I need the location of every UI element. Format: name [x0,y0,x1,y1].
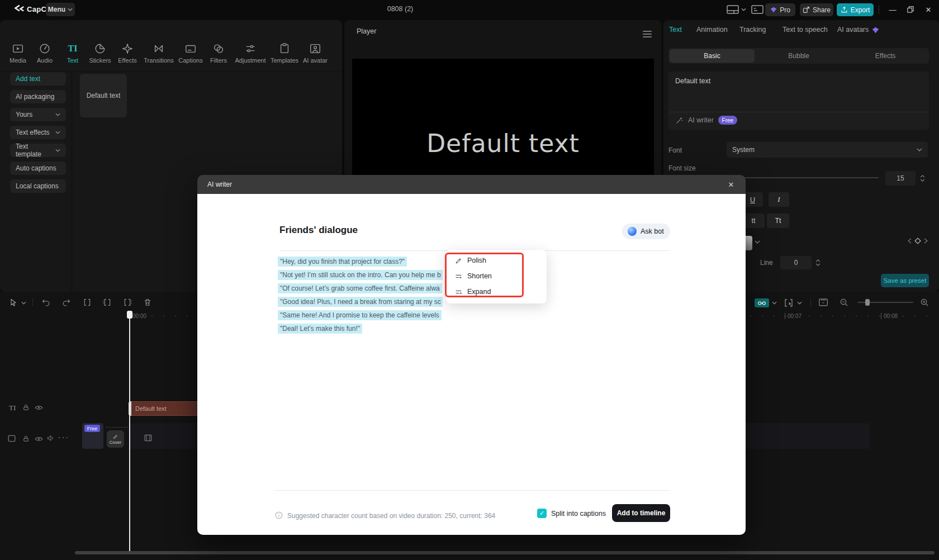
dialogue-line[interactable]: "Same here! And I promise to keep the ca… [278,310,442,322]
delete-left-icon[interactable] [103,298,112,307]
minimize-button[interactable]: — [886,2,899,17]
sidebar-item-add-text[interactable]: Add text [10,72,66,86]
redo-icon[interactable] [61,298,71,307]
tab-adjustment[interactable]: Adjustment [233,42,268,64]
keyframe-controls[interactable] [908,237,928,245]
text-input[interactable]: Default text [675,77,710,85]
link-chevron-icon[interactable] [772,301,777,305]
close-icon[interactable]: ✕ [725,179,737,190]
dialogue-line[interactable]: "Good idea! Plus, I need a break from st… [278,297,443,309]
timeline-scrollbar[interactable] [75,551,935,554]
tab-effects[interactable]: Effects [110,42,145,64]
more-icon[interactable]: ··· [58,433,69,442]
chevron-down-icon [68,8,73,11]
keyframe-next-icon[interactable] [924,238,928,244]
layout-icon[interactable] [727,5,739,14]
text-clip[interactable]: Default text [129,401,203,416]
delete-right-icon[interactable] [123,298,132,307]
cover-button[interactable]: Cover [107,430,124,448]
ask-bot-button[interactable]: Ask bot [622,224,670,239]
timeline-zoom-slider-handle[interactable] [865,299,870,306]
dialogue-line[interactable]: "Hey, did you finish that project for cl… [278,257,407,267]
font-select[interactable]: System [727,142,928,158]
player-menu-icon[interactable] [643,29,652,39]
pro-button[interactable]: Pro [765,3,795,16]
speaker-icon[interactable] [47,434,54,442]
share-button[interactable]: Share [800,3,833,16]
font-size-stepper[interactable] [918,171,927,186]
modal-header[interactable]: AI writer ✕ [197,175,746,194]
export-button[interactable]: Export [837,3,874,16]
tab-filters[interactable]: Filters [201,42,236,64]
divider [274,490,670,491]
eye-icon[interactable] [35,436,43,442]
film-icon [144,434,152,442]
capcut-logo-icon [13,4,25,15]
tab-transitions[interactable]: Transitions [141,42,177,64]
split-captions-checkbox[interactable]: ✓ [537,509,547,518]
sidebar-item-text-template[interactable]: Text template [10,144,66,157]
tab-ai-avatars[interactable]: AI avatars [837,26,869,34]
sidebar-item-text-effects[interactable]: Text effects [10,126,66,139]
tab-bubble[interactable]: Bubble [756,49,841,63]
annotation-highlight-box [445,253,524,297]
default-text-card[interactable]: Default text [80,74,127,117]
cursor-split-chevron-icon[interactable] [797,301,802,305]
maximize-button[interactable] [904,2,917,17]
sidebar-item-yours[interactable]: Yours [10,108,66,121]
filters-icon [212,42,225,55]
select-tool-icon[interactable] [9,298,18,307]
layout-chevron-icon[interactable] [741,8,746,11]
capcut-app: CapCut Menu 0808 (2) Pro Share Export — … [0,0,939,560]
free-template-clip[interactable]: Free [82,423,103,449]
cursor-split-icon[interactable] [784,298,794,308]
eye-icon[interactable] [35,405,43,411]
tab-basic[interactable]: Basic [670,49,755,63]
menu-button[interactable]: Menu [46,3,75,16]
font-size-input[interactable]: 15 [885,171,916,186]
tab-effects-sub[interactable]: Effects [843,49,928,63]
zoom-out-icon[interactable] [840,298,848,307]
color-chevron-icon[interactable] [755,240,760,244]
export-icon [841,6,848,13]
undo-icon[interactable] [41,298,51,307]
sidebar-item-ai-packaging[interactable]: AI packaging [10,90,66,103]
keyframe-diamond-icon[interactable] [914,237,922,245]
link-toggle[interactable] [755,298,769,307]
lock-icon[interactable] [22,404,30,411]
font-size-slider[interactable] [727,177,879,178]
tab-text-to-speech[interactable]: Text to speech [782,26,828,34]
lowercase-button[interactable]: tt [742,213,765,228]
sidebar-item-local-captions[interactable]: Local captions [10,179,66,193]
ai-writer-row[interactable]: AI writer Free [675,116,737,125]
playhead-line[interactable] [129,311,130,551]
sidebar-item-auto-captions[interactable]: Auto captions [10,162,66,175]
lock-icon[interactable] [22,435,30,443]
split-icon[interactable] [83,298,92,307]
effects-icon [121,42,134,55]
italic-button[interactable]: I [769,192,789,207]
line-spacing-input[interactable]: 0 [780,256,812,269]
select-tool-chevron-icon[interactable] [21,301,26,305]
line-spacing-stepper[interactable] [814,256,822,269]
tab-text-props[interactable]: Text [669,26,682,34]
dialogue-line[interactable]: "Deal! Let’s make this fun!" [278,324,362,334]
tab-tracking[interactable]: Tracking [739,26,766,34]
zoom-in-icon[interactable] [920,298,929,307]
titlecase-button[interactable]: Tt [767,213,789,228]
add-to-timeline-button[interactable]: Add to timeline [612,504,670,522]
dialogue-line[interactable]: "Not yet! I’m still stuck on the intro. … [278,270,443,282]
divider [668,112,929,112]
close-window-button[interactable]: ✕ [922,2,935,17]
tab-animation[interactable]: Animation [696,26,728,34]
save-as-preset-button[interactable]: Save as preset [881,274,929,287]
trash-icon[interactable] [143,298,152,307]
keyframe-prev-icon[interactable] [908,238,912,244]
font-label: Font [668,146,682,154]
tab-ai-avatar[interactable]: AI avatar [297,42,333,64]
dialogue-line[interactable]: "Of course! Let’s grab some coffee first… [278,283,442,295]
panel-icon[interactable] [751,5,763,14]
playhead-handle[interactable] [127,311,132,319]
preview-text: Default text [426,129,580,158]
storyboard-icon[interactable] [818,298,828,307]
